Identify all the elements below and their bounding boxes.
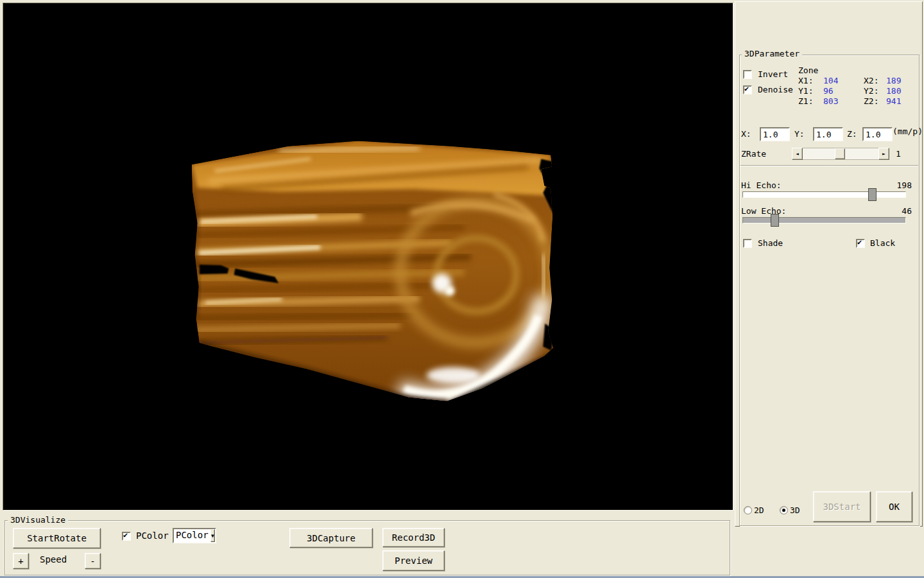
- low-echo-thumb[interactable]: [771, 214, 779, 227]
- speed-minus-button[interactable]: -: [85, 553, 101, 569]
- black-label: Black: [870, 238, 895, 248]
- mode-2d-radio[interactable]: [744, 506, 752, 514]
- start-3d-button[interactable]: 3DStart: [813, 491, 871, 522]
- speed-plus-button[interactable]: +: [13, 553, 29, 569]
- hi-echo-thumb[interactable]: [868, 188, 877, 201]
- zrate-track[interactable]: [803, 148, 878, 160]
- pcolor-dropdown[interactable]: PColor ▼: [173, 528, 216, 543]
- parameter-groupbox: [739, 55, 920, 526]
- visualize-group-title: 3DVisualize: [8, 516, 68, 525]
- mode-2d-label: 2D: [754, 505, 764, 515]
- record-3d-button[interactable]: Record3D: [382, 528, 445, 547]
- scale-x-input[interactable]: [760, 127, 790, 141]
- zrate-right-arrow-icon[interactable]: ►: [878, 148, 889, 160]
- ok-button[interactable]: OK: [876, 491, 912, 522]
- zrate-left-arrow-icon[interactable]: ◄: [792, 148, 803, 160]
- zrate-scrollbar[interactable]: ◄ ►: [792, 148, 889, 160]
- zone-z2-label: Z2:: [864, 96, 878, 106]
- shade-label: Shade: [758, 238, 783, 248]
- low-echo-label: Low Echo:: [741, 206, 786, 216]
- zrate-label: ZRate: [741, 149, 766, 159]
- zone-z1-value: 803: [823, 96, 838, 106]
- low-echo-value: 46: [883, 206, 912, 216]
- zone-y2-value: 180: [886, 86, 901, 96]
- volume-render-3d[interactable]: [3, 3, 733, 510]
- denoise-label: Denoise: [758, 85, 793, 94]
- hi-echo-label: Hi Echo:: [741, 180, 782, 190]
- pcolor-dropdown-value: PColor: [174, 529, 210, 542]
- mode-3d-radio[interactable]: [780, 506, 788, 514]
- shade-checkbox[interactable]: [743, 239, 752, 248]
- radio-dot: [782, 509, 785, 512]
- separator: [740, 165, 918, 166]
- capture-3d-button[interactable]: 3DCapture: [289, 528, 373, 548]
- parameter-panel: 3DParameter Invert ✔ Denoise Zone X1: 10…: [735, 1, 923, 527]
- zone-title: Zone: [798, 66, 818, 75]
- invert-label: Invert: [758, 69, 788, 79]
- zone-x1-label: X1:: [798, 76, 813, 85]
- preview-button[interactable]: Preview: [382, 550, 445, 571]
- black-checkbox[interactable]: ✔: [856, 239, 865, 248]
- zone-z1-label: Z1:: [798, 96, 813, 106]
- zone-x1-value: 104: [823, 76, 838, 85]
- parameter-group-title: 3DParameter: [742, 49, 802, 58]
- checkmark-icon: ✔: [123, 530, 128, 539]
- zone-x2-label: X2:: [864, 76, 878, 85]
- chevron-down-icon[interactable]: ▼: [210, 529, 215, 542]
- scale-z-label: Z:: [847, 129, 857, 139]
- zone-y1-value: 96: [823, 86, 834, 96]
- speed-label: Speed: [40, 555, 67, 565]
- zrate-value: 1: [896, 149, 901, 159]
- zone-y1-label: Y1:: [798, 86, 813, 96]
- invert-checkbox[interactable]: [743, 70, 752, 79]
- checkmark-icon: ✔: [857, 238, 862, 247]
- scale-unit-label: (mm/p): [893, 127, 923, 136]
- zone-x2-value: 189: [886, 76, 901, 85]
- scale-y-label: Y:: [794, 129, 805, 139]
- denoise-checkbox[interactable]: ✔: [743, 85, 752, 94]
- zone-y2-label: Y2:: [864, 86, 878, 96]
- start-rotate-button[interactable]: StartRotate: [13, 528, 101, 548]
- low-echo-track[interactable]: [742, 217, 906, 223]
- hi-echo-value: 198: [883, 180, 912, 190]
- zone-z2-value: 941: [886, 96, 901, 106]
- pcolor-label: PColor: [136, 531, 169, 541]
- hi-echo-track[interactable]: [742, 191, 906, 198]
- zrate-thumb[interactable]: [835, 148, 845, 159]
- scale-x-label: X:: [741, 129, 751, 139]
- pcolor-checkbox[interactable]: ✔: [122, 532, 131, 541]
- mode-3d-label: 3D: [790, 505, 800, 515]
- checkmark-icon: ✔: [744, 84, 749, 93]
- app-window: { "colors": { "window_bg": "#ECE9D8", "v…: [0, 0, 924, 578]
- scale-z-input[interactable]: [862, 127, 893, 141]
- render-viewport[interactable]: [3, 3, 733, 511]
- scale-y-input[interactable]: [813, 127, 843, 141]
